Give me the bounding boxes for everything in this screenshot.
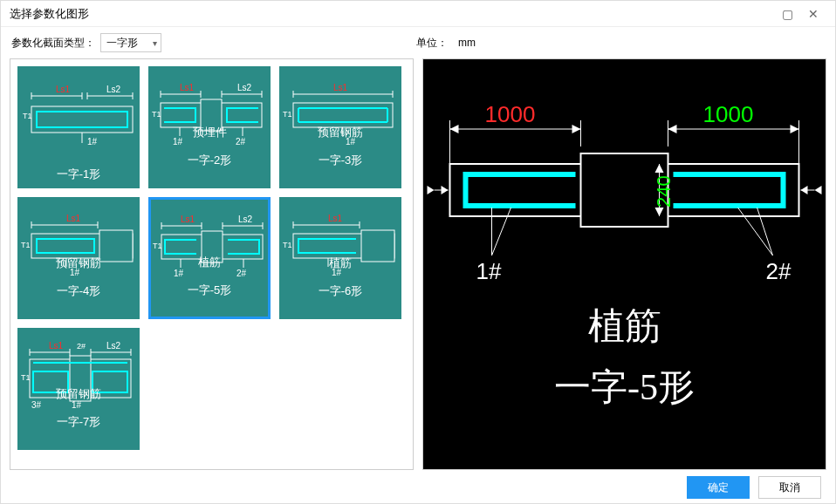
svg-text:240: 240 [653,175,675,208]
svg-text:Ls1: Ls1 [180,83,195,92]
svg-marker-109 [815,186,822,194]
svg-marker-108 [801,186,808,194]
thumb-caption: 预埋件 一字-2形 [150,112,269,181]
svg-text:植筋: 植筋 [588,306,661,346]
svg-text:Ls1: Ls1 [181,215,195,224]
svg-text:Ls1: Ls1 [328,214,343,223]
svg-text:Ls2: Ls2 [106,85,121,94]
thumb-caption: 植筋 一字-6形 [281,242,400,312]
svg-rect-8 [31,106,133,133]
section-type-select[interactable]: 一字形 ▾ [100,33,161,52]
maximize-button[interactable]: ▢ [774,1,800,27]
preview-panel: 1000 1000 240 [422,58,826,470]
titlebar: 选择参数化图形 ▢ ✕ [1,1,835,27]
svg-text:1#: 1# [476,258,502,284]
svg-text:Ls2: Ls2 [237,83,252,92]
svg-text:2#: 2# [766,258,791,284]
close-button[interactable]: ✕ [800,1,826,27]
ok-button[interactable]: 确定 [687,476,750,499]
svg-text:Ls1: Ls1 [56,85,71,94]
thumbnail-grid: Ls1 Ls2 T1 1# 一字-1形 Ls1 [10,58,414,470]
svg-rect-9 [37,112,127,127]
chevron-down-icon: ▾ [153,38,157,48]
footer: 确定 取消 [1,470,835,504]
cancel-button[interactable]: 取消 [758,476,821,499]
svg-text:1000: 1000 [485,101,536,127]
thumb-item-selected[interactable]: Ls1 Ls2 T1 1# 2# 植筋 一字-5形 [148,197,271,319]
svg-text:2#: 2# [77,342,86,351]
svg-text:T1: T1 [23,112,32,120]
section-type-value: 一字形 [106,36,138,51]
svg-line-114 [738,208,773,255]
thumb-item[interactable]: Ls1 2# Ls2 T1 3# 1# 预留钢筋 一字-7形 [17,328,140,450]
svg-marker-88 [572,125,581,133]
svg-text:Ls2: Ls2 [106,341,121,351]
svg-line-113 [757,208,773,255]
thumb-item[interactable]: Ls1 Ls2 T1 1# 2# 预埋件 一字-2形 [148,66,271,188]
thumb-item[interactable]: Ls1 Ls2 T1 1# 一字-1形 [17,66,140,188]
thumb-caption: 预留钢筋 一字-3形 [281,112,400,181]
toolbar: 参数化截面类型： 一字形 ▾ 单位： mm [1,27,835,58]
thumb-caption: 植筋 一字-5形 [151,242,268,311]
window-title: 选择参数化图形 [10,6,774,22]
section-type-label: 参数化截面类型： [11,36,95,51]
svg-text:Ls1: Ls1 [66,214,81,223]
svg-marker-94 [791,125,799,133]
preview-drawing: 1000 1000 240 [423,59,826,469]
thumb-item[interactable]: Ls1 T1 1# 预留钢筋 一字-4形 [17,197,140,319]
thumb-caption: 预留钢筋 一字-4形 [19,242,138,312]
svg-marker-106 [428,186,435,194]
thumb-caption: 预留钢筋 一字-7形 [19,373,138,443]
svg-marker-87 [450,125,459,133]
thumb-caption: 一字-1形 [19,140,138,181]
svg-text:1000: 1000 [703,101,754,127]
svg-line-111 [492,208,511,255]
svg-text:Ls1: Ls1 [333,83,348,92]
main-area: Ls1 Ls2 T1 1# 一字-1形 Ls1 [1,58,835,470]
unit-value: mm [458,37,825,49]
unit-label: 单位： [416,36,448,51]
thumb-item[interactable]: Ls1 T1 1# 预留钢筋 一字-3形 [279,66,401,188]
svg-text:一字-5形: 一字-5形 [554,367,695,407]
svg-text:Ls2: Ls2 [238,215,253,224]
thumb-item[interactable]: Ls1 T1 1# 植筋 一字-6形 [279,197,401,319]
svg-marker-93 [668,125,677,133]
svg-marker-105 [442,186,449,194]
svg-text:Ls1: Ls1 [49,341,64,351]
